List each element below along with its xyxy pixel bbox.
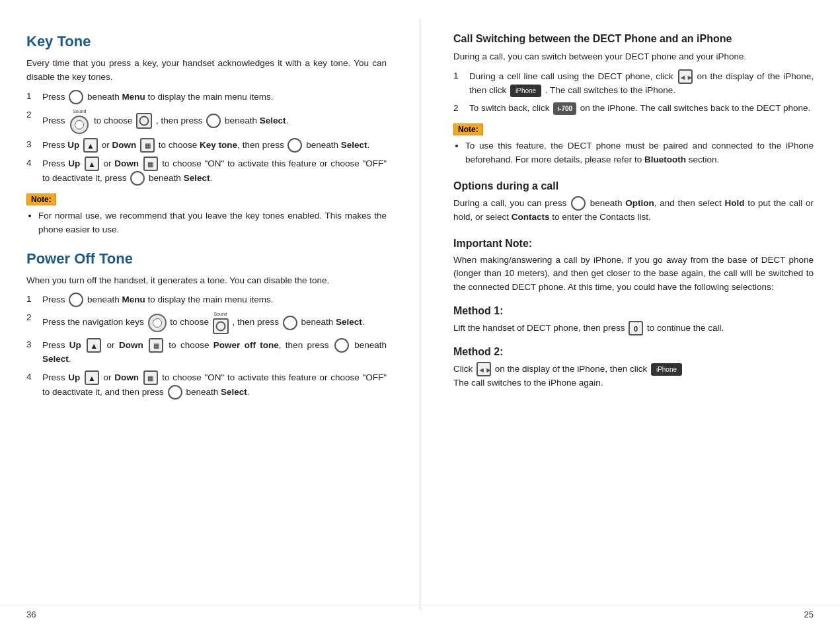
pow-down-label-4: Down [114,372,139,382]
step-num-1: 1 [26,90,40,104]
bluetooth-icon-1: ◄► [678,69,693,84]
cs-step-content-1: During a cell line call using the DECT p… [469,69,814,98]
right-page-num: 25 [804,610,814,619]
call-switching-section: Call Switching between the DECT Phone an… [453,33,814,167]
method1-section: Method 1: Lift the handset of DECT phone… [453,305,814,335]
menu-icon-1 [69,90,83,104]
off-label-4: "OFF" [362,158,387,168]
pow-up-label-4: Up [68,372,80,382]
cs-step-2: 2 To switch back, click i-700 on the iPh… [453,102,814,116]
key-tone-note: Note: For normal use, we recommend that … [26,193,387,237]
iphone-btn-m2: iPhone [651,363,682,376]
pow-menu-icon-1 [69,293,83,307]
options-menu-icon [571,196,586,211]
pow-step-1: 1 Press beneath Menu to display the main… [26,293,387,307]
power-off-tone-section: Power Off Tone When you turn off the han… [26,250,387,400]
down-label-4: Down [114,158,139,168]
important-note-intro: When making/answering a call by iPhone, … [453,254,814,295]
cs-step-num-2: 2 [453,102,467,116]
pow-step-num-3: 3 [26,338,40,367]
step-num-2: 2 [26,108,40,134]
pow-step-2: 2 Press the navigation keys to choose So… [26,311,387,334]
pow-down-icon-4: ▦ [143,370,158,385]
cs-note-label: Note: [453,123,483,135]
itone-btn-2: i-700 [553,102,576,116]
hold-label: Hold [724,197,744,207]
power-off-intro: When you turn off the handset, it genera… [26,274,387,288]
power-off-steps: 1 Press beneath Menu to display the main… [26,293,387,400]
left-column: Key Tone Every time that you press a key… [26,20,387,610]
pow-sound-label-2: Sound [214,311,227,318]
cs-note-bullets: To use this feature, the DECT phone must… [453,139,814,167]
menu-icon-4 [130,171,145,186]
pow-step-4: 4 Press Up ▲ or Down ▦ to choose "ON" to… [26,370,387,400]
step-num-4: 4 [26,157,40,186]
pow-step-3: 3 Press Up ▲ or Down ▦ to choose Power o… [26,338,387,367]
method2-title: Method 2: [453,346,814,358]
nav-circle-2 [70,116,89,134]
step-num-3: 3 [26,138,40,153]
pow-step-content-1: Press beneath Menu to display the main m… [42,293,387,307]
step-content-1: Press beneath Menu to display the main m… [42,90,387,104]
column-divider [420,20,420,610]
pow-camera-icon-2 [213,318,229,334]
cs-note-bullet-1: To use this feature, the DECT phone must… [465,139,814,167]
important-note-title: Important Note: [453,238,814,250]
pow-select-label-3: Select [42,354,69,364]
select-label-2: Select [260,116,286,125]
up-icon-3: ▲ [83,138,98,153]
pow-step-num-1: 1 [26,293,40,307]
step-3: 3 Press Up ▲ or Down ▦ to choose Key ton… [26,138,387,153]
power-off-title: Power Off Tone [26,250,387,267]
important-note-section: Important Note: When making/answering a … [453,238,814,295]
up-icon-4: ▲ [85,157,99,171]
note-label-1: Note: [26,193,56,205]
pow-menu-label-1: Menu [122,295,145,304]
menu-label-1: Menu [122,91,145,101]
down-icon-3: ▦ [140,138,155,153]
sound-label-2: Sound [73,108,86,116]
note-bullet-1: For normal use, we recommend that you le… [38,209,387,237]
step-2: 2 Press Sound to choose , then press ben… [26,108,387,134]
page-num-bar: 36 25 [0,605,840,623]
cs-step-content-2: To switch back, click i-700 on the iPhon… [469,102,814,116]
pow-step-num-4: 4 [26,370,40,400]
up-label-4: Up [68,158,80,168]
bluetooth-icon-m2: ◄► [477,362,491,376]
menu-icon-2 [206,114,221,128]
pow-nav-circle-2 [148,314,167,332]
method1-title: Method 1: [453,305,814,317]
pow-step-content-3: Press Up ▲ or Down ▦ to choose Power off… [42,338,387,367]
options-call-intro: During a call, you can press beneath Opt… [453,196,814,225]
down-label-3: Down [112,139,137,149]
step-content-3: Press Up ▲ or Down ▦ to choose Key tone,… [42,138,387,153]
pow-step-content-4: Press Up ▲ or Down ▦ to choose "ON" to a… [42,370,387,400]
option-label: Option [625,197,654,207]
pow-off-label-4: "OFF" [362,372,387,382]
step-content-2: Press Sound to choose , then press benea… [42,108,387,134]
key-tone-section: Key Tone Every time that you press a key… [26,33,387,237]
page-container: Key Tone Every time that you press a key… [0,0,840,630]
pow-sound-wrap-2: Sound [213,311,229,334]
pow-down-label-3: Down [119,340,143,350]
pow-on-label-4: "ON" [204,372,224,382]
pow-tone-label-3: Power off tone [213,340,279,350]
call-switch-steps: 1 During a cell line call using the DECT… [453,69,814,116]
select-label-4: Select [184,172,210,182]
on-label-4: "ON" [204,158,224,168]
menu-icon-3 [287,138,302,153]
method2-section: Method 2: Click ◄► on the display of the… [453,346,814,390]
pow-menu-icon-4 [168,385,182,400]
iphone-btn-1: iPhone [510,85,541,98]
pow-select-label-4: Select [221,387,247,397]
options-call-section: Options during a call During a call, you… [453,180,814,225]
pow-down-icon-3: ▦ [149,338,163,353]
step-4: 4 Press Up ▲ or Down ▦ to choose "ON" to… [26,157,387,186]
key-tone-steps: 1 Press beneath Menu to display the main… [26,90,387,186]
camera-icon-2 [136,113,152,129]
left-page-num: 36 [26,610,36,619]
method1-intro: Lift the handset of DECT phone, then pre… [453,321,814,335]
cs-step-num-1: 1 [453,69,467,98]
step-1: 1 Press beneath Menu to display the main… [26,90,387,104]
step-content-4: Press Up ▲ or Down ▦ to choose "ON" to a… [42,157,387,186]
